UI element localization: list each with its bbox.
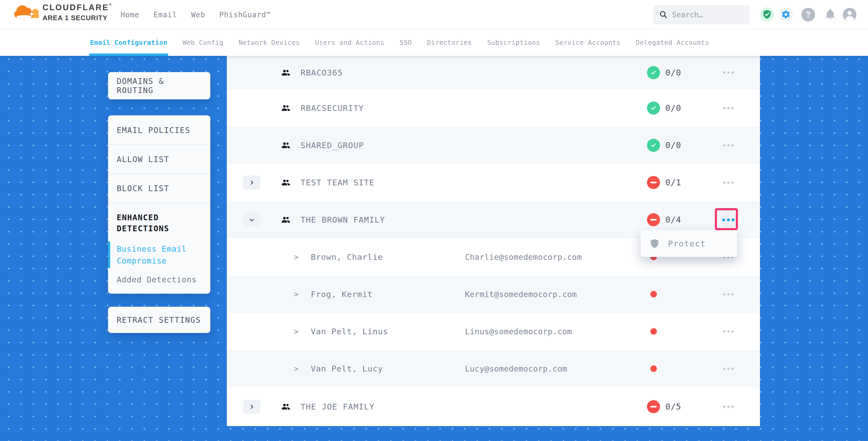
sidebar-card-domains: DOMAINS & ROUTING: [108, 72, 210, 99]
child-chevron-icon: >: [294, 327, 299, 336]
search-box[interactable]: [653, 5, 750, 24]
sidebar-item-business-email-compromise[interactable]: Business Email Compromise: [108, 242, 210, 268]
user-name: Brown, Charlie: [311, 252, 383, 262]
table-row-van-pelt-linus: >Van Pelt, LinusLinus@somedemocorp.com: [227, 313, 760, 350]
expand-button[interactable]: [243, 400, 260, 414]
tab-web-config[interactable]: Web Config: [183, 29, 223, 56]
search-input[interactable]: [672, 10, 738, 19]
table-row-shared-group: SHARED_GROUP0/0: [227, 127, 760, 164]
group-name: RBACSECURITY: [301, 103, 364, 113]
sidebar-card-policies: EMAIL POLICIES ALLOW LIST BLOCK LIST ENH…: [108, 115, 210, 294]
user-email: Kermit@somedemocorp.com: [465, 290, 577, 299]
sidebar-item-email-policies[interactable]: EMAIL POLICIES: [108, 116, 210, 145]
settings-gear-icon[interactable]: [779, 7, 793, 22]
shield-icon: [650, 239, 659, 249]
registered-mark: ®: [109, 2, 112, 6]
row-menu-button[interactable]: [720, 99, 737, 117]
brand-subtitle: AREA 1 SECURITY: [42, 14, 112, 22]
sidebar-item-retract-settings[interactable]: RETRACT SETTINGS: [108, 315, 210, 324]
group-icon: [281, 68, 291, 77]
group-icon: [281, 403, 291, 411]
group-name: SHARED_GROUP: [301, 140, 364, 150]
row-menu-button[interactable]: [720, 64, 737, 81]
tab-delegated-accounts[interactable]: Delegated Accounts: [636, 29, 709, 56]
protected-count: 0/0: [665, 140, 681, 150]
brand-text: CLOUDFLARE® AREA 1 SECURITY: [42, 2, 112, 22]
shield-check-icon[interactable]: [760, 7, 774, 22]
section-tabs: Email ConfigurationWeb ConfigNetwork Dev…: [0, 29, 868, 56]
tab-users-and-actions[interactable]: Users and Actions: [315, 29, 384, 56]
table-row-van-pelt-lucy: >Van Pelt, LucyLucy@somedemocorp.com: [227, 350, 760, 387]
group-icon: [281, 178, 291, 187]
brand: CLOUDFLARE® AREA 1 SECURITY: [14, 2, 112, 22]
tab-email-configuration[interactable]: Email Configuration: [90, 29, 167, 56]
status-alert-dot: [650, 291, 657, 297]
status-unprotected-icon: [647, 400, 660, 413]
group-name: TEST TEAM SITE: [301, 178, 374, 187]
top-nav-web[interactable]: Web: [191, 10, 205, 19]
status-alert-dot: [650, 366, 657, 372]
page: CLOUDFLARE® AREA 1 SECURITY HomeEmailWeb…: [0, 0, 868, 441]
sidebar-item-block-list[interactable]: BLOCK LIST: [108, 174, 210, 203]
child-chevron-icon: >: [294, 364, 299, 373]
user-name: Van Pelt, Lucy: [311, 364, 383, 373]
tab-subscriptions[interactable]: Subscriptions: [487, 29, 540, 56]
status-alert-dot: [650, 328, 657, 335]
top-nav: HomeEmailWebPhishGuard™: [121, 0, 271, 29]
status-unprotected-icon: [647, 213, 660, 226]
notifications-bell-icon[interactable]: [823, 7, 837, 22]
table-row-frog-kermit: >Frog, KermitKermit@somedemocorp.com: [227, 276, 760, 313]
protected-count: 0/5: [665, 402, 681, 412]
top-nav-home[interactable]: Home: [121, 10, 139, 19]
protected-count: 0/4: [665, 215, 681, 225]
user-email: Charlie@somedemocorp.com: [465, 252, 582, 262]
child-chevron-icon: >: [294, 290, 299, 298]
table-row-rbacsecurity: RBACSECURITY0/0: [227, 89, 760, 127]
group-name: RBACO365: [301, 68, 343, 77]
row-menu-button[interactable]: [720, 360, 737, 377]
expand-button[interactable]: [243, 176, 260, 190]
row-menu-button[interactable]: [720, 323, 737, 340]
child-chevron-icon: >: [294, 252, 299, 261]
tab-directories[interactable]: Directories: [427, 29, 472, 56]
table-row-test-team-site: TEST TEAM SITE0/1: [227, 164, 760, 201]
sidebar-card-retract: RETRACT SETTINGS: [108, 307, 210, 333]
group-icon: [281, 104, 291, 112]
sidebar-item-domains-routing[interactable]: DOMAINS & ROUTING: [108, 76, 210, 95]
row-menu-button[interactable]: [720, 286, 737, 303]
group-name: THE BROWN FAMILY: [301, 215, 385, 224]
user-profile-icon[interactable]: [843, 8, 857, 22]
status-protected-icon: [647, 66, 660, 79]
protected-count: 0/1: [665, 178, 681, 187]
sidebar-item-enhanced-detections: ENHANCED DETECTIONS: [108, 203, 210, 234]
top-nav-phishguard[interactable]: PhishGuard™: [219, 10, 271, 19]
collapse-button[interactable]: [243, 213, 260, 227]
table-row-rbaco365: RBACO3650/0: [227, 56, 760, 89]
status-protected-icon: [647, 139, 660, 152]
tab-network-devices[interactable]: Network Devices: [239, 29, 300, 56]
group-icon: [281, 216, 291, 224]
row-menu-button[interactable]: [720, 211, 737, 228]
search-icon: [659, 10, 668, 19]
brand-title: CLOUDFLARE®: [42, 2, 112, 13]
status-unprotected-icon: [647, 176, 660, 189]
protect-menu-label: Protect: [668, 239, 706, 248]
status-protected-icon: [647, 101, 660, 115]
user-email: Lucy@somedemocorp.com: [465, 364, 567, 373]
group-icon: [281, 141, 291, 150]
user-name: Van Pelt, Linus: [311, 327, 388, 336]
top-nav-email[interactable]: Email: [153, 10, 177, 19]
sidebar-item-added-detections[interactable]: Added Detections: [108, 268, 210, 286]
protect-menu-item[interactable]: Protect: [641, 230, 737, 257]
app-header: CLOUDFLARE® AREA 1 SECURITY HomeEmailWeb…: [0, 0, 868, 29]
tab-sso[interactable]: SSO: [400, 29, 412, 56]
sidebar-item-allow-list[interactable]: ALLOW LIST: [108, 145, 210, 174]
tab-service-accounts[interactable]: Service Accounts: [555, 29, 621, 56]
protected-count: 0/0: [665, 68, 681, 77]
row-menu-button[interactable]: [720, 398, 737, 415]
row-menu-button[interactable]: [720, 174, 737, 191]
user-name: Frog, Kermit: [311, 289, 373, 299]
user-email: Linus@somedemocorp.com: [465, 327, 572, 336]
row-menu-button[interactable]: [720, 136, 737, 154]
help-icon[interactable]: ?: [801, 8, 815, 22]
